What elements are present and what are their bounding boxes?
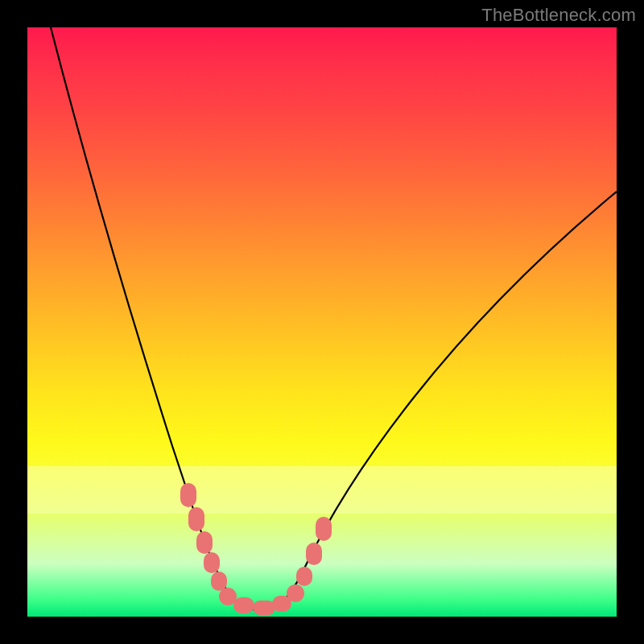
curve-marker bbox=[180, 483, 196, 507]
curve-marker bbox=[188, 507, 204, 531]
curve-path bbox=[51, 27, 617, 610]
plot-area bbox=[27, 27, 617, 617]
curve-marker bbox=[204, 552, 220, 573]
curve-marker bbox=[296, 567, 312, 586]
curve-marker bbox=[287, 584, 304, 602]
chart-frame: TheBottleneck.com bbox=[0, 0, 644, 644]
curve-marker bbox=[233, 597, 254, 613]
watermark-text: TheBottleneck.com bbox=[481, 5, 636, 26]
curve-marker bbox=[316, 517, 332, 541]
curve-marker bbox=[196, 531, 213, 554]
curve-marker bbox=[306, 543, 322, 565]
